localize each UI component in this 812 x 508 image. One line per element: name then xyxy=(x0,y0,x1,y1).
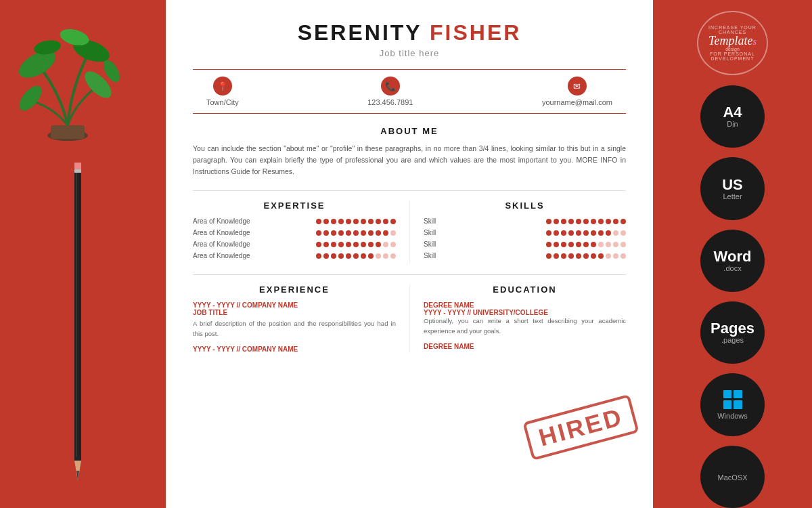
dot xyxy=(368,219,374,224)
dot xyxy=(361,219,366,224)
format-us-sub: Letter xyxy=(723,192,742,200)
skill-label: Skill xyxy=(424,252,478,259)
expertise-rows: Area of KnowledgeArea of KnowledgeArea o… xyxy=(193,217,396,259)
dot xyxy=(546,242,551,247)
svg-marker-11 xyxy=(76,471,79,481)
dot xyxy=(331,242,336,247)
dot xyxy=(598,219,604,224)
format-us[interactable]: US Letter xyxy=(700,157,765,219)
dot xyxy=(383,230,388,236)
dot xyxy=(346,253,351,259)
dot xyxy=(368,230,374,236)
email-icon: ✉ xyxy=(568,77,587,96)
skill-label: Skill xyxy=(424,217,478,225)
skill-row-0: Skill xyxy=(424,217,626,225)
dot xyxy=(606,242,611,247)
education-rows: DEGREE NAME YYYY - YYYY // UNIVERSITY/CO… xyxy=(424,301,626,350)
dot xyxy=(368,242,374,247)
dot xyxy=(583,253,589,259)
dot xyxy=(323,242,329,247)
expertise-label: Area of Knowledge xyxy=(193,240,250,248)
phone-icon: 📞 xyxy=(381,77,400,96)
dot xyxy=(546,253,551,259)
dot xyxy=(331,230,336,236)
education-col: EDUCATION DEGREE NAME YYYY - YYYY // UNI… xyxy=(409,284,626,353)
dot xyxy=(346,242,351,247)
dot xyxy=(323,230,329,236)
svg-rect-9 xyxy=(74,169,81,461)
dot xyxy=(591,219,596,224)
divider-2 xyxy=(193,274,626,275)
edu-desc: Optionally, you can write a short text d… xyxy=(424,316,626,336)
dot xyxy=(383,253,388,259)
first-name: SERENITY xyxy=(298,20,422,45)
dot-group xyxy=(546,253,626,259)
skill-row-2: Skill xyxy=(424,240,626,248)
dot xyxy=(361,253,366,259)
expertise-row-0: Area of Knowledge xyxy=(193,217,396,225)
about-text: You can include the section "about me" o… xyxy=(193,143,626,177)
brand-tagline: design xyxy=(725,47,740,51)
exp-date: YYYY - YYYY // COMPANY NAME xyxy=(193,301,396,309)
dot xyxy=(316,230,321,236)
dot-group xyxy=(316,219,396,224)
dot-group xyxy=(546,230,626,236)
format-macosx-label: MacOSX xyxy=(717,473,747,482)
dot xyxy=(390,242,396,247)
edu-degree: DEGREE NAME xyxy=(424,343,626,350)
dot xyxy=(376,242,381,247)
expertise-col: EXPERTISE Area of KnowledgeArea of Knowl… xyxy=(193,200,409,263)
dot xyxy=(376,219,381,224)
dot xyxy=(323,253,329,259)
dot xyxy=(353,242,359,247)
format-pages[interactable]: Pages .pages xyxy=(700,301,765,364)
dot xyxy=(568,253,574,259)
dot xyxy=(613,219,618,224)
divider-1 xyxy=(193,190,626,191)
dot xyxy=(583,219,589,224)
resume-document: SERENITY FISHER Job title here 📍 Town/Ci… xyxy=(166,0,653,508)
experience-education-section: EXPERIENCE YYYY - YYYY // COMPANY NAME J… xyxy=(193,284,626,353)
skills-title: SKILLS xyxy=(424,200,626,211)
dot xyxy=(561,230,566,236)
experience-col: EXPERIENCE YYYY - YYYY // COMPANY NAME J… xyxy=(193,284,409,353)
dot xyxy=(576,242,581,247)
expertise-row-1: Area of Knowledge xyxy=(193,229,396,236)
dot xyxy=(568,230,574,236)
contact-row: 📍 Town/City 📞 123.456.7891 ✉ yourname@ma… xyxy=(193,69,626,114)
expertise-label: Area of Knowledge xyxy=(193,217,250,225)
dot xyxy=(621,219,626,224)
dot xyxy=(583,230,589,236)
contact-location: 📍 Town/City xyxy=(206,77,239,106)
plant-decoration xyxy=(7,0,156,149)
dot xyxy=(561,253,566,259)
format-a4[interactable]: A4 Din xyxy=(700,85,765,148)
right-sidebar: INCREASE YOUR CHANCES Templates design F… xyxy=(653,0,812,508)
experience-rows: YYYY - YYYY // COMPANY NAME JOB TITLE A … xyxy=(193,301,396,353)
format-macosx[interactable]: MacOSX xyxy=(700,446,765,508)
dot xyxy=(316,242,321,247)
dot xyxy=(368,253,374,259)
skill-label: Skill xyxy=(424,229,478,236)
dot xyxy=(554,253,559,259)
svg-rect-14 xyxy=(76,173,77,457)
dot xyxy=(383,219,388,224)
format-pages-sub: .pages xyxy=(721,336,744,344)
dot xyxy=(390,253,396,259)
format-windows[interactable]: Windows xyxy=(700,373,765,436)
dot xyxy=(568,242,574,247)
location-text: Town/City xyxy=(206,98,239,106)
dot xyxy=(390,219,396,224)
dot xyxy=(583,242,589,247)
dot xyxy=(353,219,359,224)
dot xyxy=(613,242,618,247)
dot xyxy=(338,219,344,224)
format-word[interactable]: Word .docx xyxy=(700,230,765,292)
dot xyxy=(621,253,626,259)
dot xyxy=(613,230,618,236)
expertise-label: Area of Knowledge xyxy=(193,229,250,236)
brand-logo: INCREASE YOUR CHANCES Templates design F… xyxy=(696,10,770,76)
svg-rect-13 xyxy=(74,169,81,173)
experience-item-1: YYYY - YYYY // COMPANY NAME xyxy=(193,345,396,353)
skill-row-3: Skill xyxy=(424,252,626,259)
